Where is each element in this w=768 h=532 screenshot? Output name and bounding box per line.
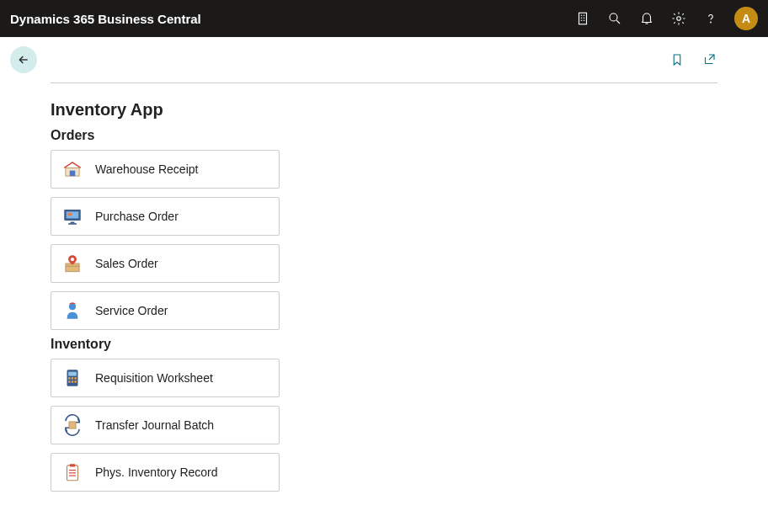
svg-rect-26 — [68, 372, 77, 376]
svg-rect-0 — [579, 13, 587, 24]
tile-label: Purchase Order — [95, 210, 179, 223]
tile-label: Transfer Journal Batch — [95, 418, 214, 432]
tile-phys-inventory-record[interactable]: Phys. Inventory Record — [51, 453, 280, 492]
app-title: Dynamics 365 Business Central — [10, 12, 201, 26]
popout-icon[interactable] — [701, 51, 717, 68]
svg-point-10 — [677, 17, 681, 21]
tile-service-order[interactable]: Service Order — [51, 291, 280, 330]
settings-icon[interactable] — [670, 10, 687, 27]
org-icon[interactable] — [574, 10, 591, 27]
tile-label: Phys. Inventory Record — [95, 466, 218, 479]
notifications-icon[interactable] — [638, 10, 655, 27]
svg-point-7 — [610, 13, 617, 21]
svg-rect-28 — [72, 377, 73, 379]
monitor-icon — [61, 205, 83, 227]
service-person-icon — [61, 300, 83, 322]
svg-rect-27 — [68, 377, 70, 379]
back-button[interactable] — [10, 46, 37, 73]
svg-rect-31 — [72, 380, 73, 382]
package-pin-icon — [61, 253, 83, 274]
svg-rect-19 — [71, 222, 75, 224]
tile-purchase-order[interactable]: Purchase Order — [51, 197, 280, 236]
tile-label: Warehouse Receipt — [95, 162, 198, 176]
page-content: Inventory App Orders Warehouse Receipt P… — [0, 83, 768, 508]
section-title-orders: Orders — [51, 128, 717, 143]
inventory-list: Requisition Worksheet Transfer Journal B… — [51, 359, 717, 492]
tile-requisition-worksheet[interactable]: Requisition Worksheet — [51, 359, 280, 397]
app-header: Dynamics 365 Business Central A — [0, 0, 768, 37]
user-avatar[interactable]: A — [734, 7, 758, 30]
svg-point-23 — [71, 258, 74, 261]
clipboard-icon — [61, 461, 83, 483]
svg-point-11 — [711, 22, 712, 23]
svg-rect-35 — [70, 464, 76, 466]
svg-line-8 — [616, 20, 620, 24]
tile-warehouse-receipt[interactable]: Warehouse Receipt — [51, 150, 280, 189]
bookmark-icon[interactable] — [669, 51, 685, 68]
svg-rect-32 — [74, 380, 76, 382]
svg-rect-20 — [68, 223, 77, 225]
transfer-icon — [61, 414, 83, 436]
tile-label: Requisition Worksheet — [95, 371, 213, 385]
section-title-inventory: Inventory — [51, 337, 717, 352]
svg-rect-30 — [68, 380, 70, 382]
page-right-actions — [669, 51, 717, 68]
svg-point-24 — [69, 303, 76, 310]
page-actions-row — [0, 37, 768, 82]
orders-list: Warehouse Receipt Purchase Order Sales O… — [51, 150, 717, 330]
tile-transfer-journal-batch[interactable]: Transfer Journal Batch — [51, 406, 280, 444]
svg-rect-15 — [70, 171, 76, 177]
tile-sales-order[interactable]: Sales Order — [51, 244, 280, 283]
svg-line-13 — [709, 55, 714, 60]
search-icon[interactable] — [606, 10, 623, 27]
tile-label: Service Order — [95, 304, 168, 317]
svg-rect-29 — [74, 377, 76, 379]
header-icon-group: A — [574, 7, 758, 30]
calculator-icon — [61, 367, 83, 389]
svg-rect-33 — [69, 422, 76, 428]
page-title: Inventory App — [51, 100, 717, 120]
help-icon[interactable] — [702, 10, 719, 27]
tile-label: Sales Order — [95, 257, 158, 270]
svg-rect-18 — [67, 213, 72, 215]
warehouse-icon — [61, 158, 83, 180]
